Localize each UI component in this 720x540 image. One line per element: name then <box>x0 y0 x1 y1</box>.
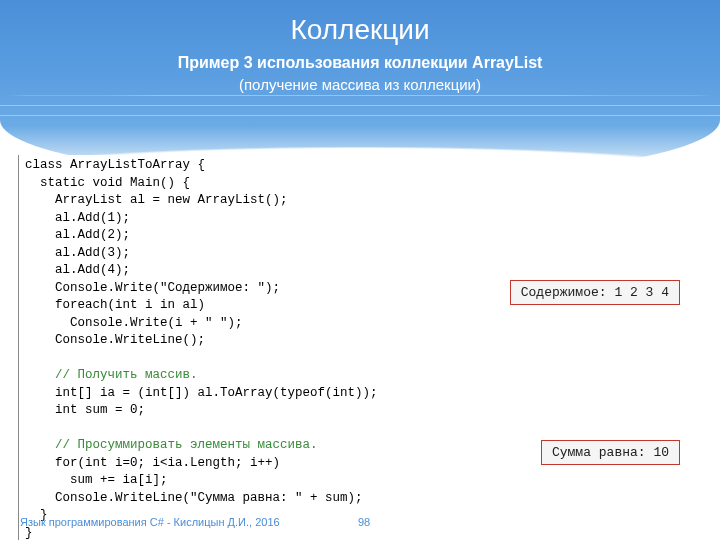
code-line: al.Add(4); <box>25 263 130 277</box>
code-comment: // Просуммировать элементы массива. <box>25 438 318 452</box>
output-box-2: Сумма равна: 10 <box>541 440 680 465</box>
code-line: int sum = 0; <box>25 403 145 417</box>
code-line: for(int i=0; i<ia.Length; i++) <box>25 456 280 470</box>
code-block: class ArrayListToArray { static void Mai… <box>18 155 488 540</box>
code-line: int[] ia = (int[]) al.ToArray(typeof(int… <box>25 386 378 400</box>
code-line: ArrayList al = new ArrayList(); <box>25 193 288 207</box>
code-line: static void Main() { <box>25 176 190 190</box>
slide-subtitle-2: (получение массива из коллекции) <box>0 76 720 93</box>
code-line: sum += ia[i]; <box>25 473 168 487</box>
code-comment: // Получить массив. <box>25 368 198 382</box>
code-line: Console.Write("Содержимое: "); <box>25 281 280 295</box>
code-line: foreach(int i in al) <box>25 298 205 312</box>
code-line: Console.Write(i + " "); <box>25 316 243 330</box>
slide-title: Коллекции <box>0 14 720 46</box>
slide-subtitle-1: Пример 3 использования коллекции ArrayLi… <box>0 54 720 72</box>
code-line: Console.WriteLine(); <box>25 333 205 347</box>
code-line: al.Add(1); <box>25 211 130 225</box>
code-line: class ArrayListToArray { <box>25 158 205 172</box>
code-line: Console.WriteLine("Сумма равна: " + sum)… <box>25 491 363 505</box>
code-line: al.Add(2); <box>25 228 130 242</box>
output-box-1: Содержимое: 1 2 3 4 <box>510 280 680 305</box>
code-line: al.Add(3); <box>25 246 130 260</box>
page-number: 98 <box>358 516 370 528</box>
footer-text: Язык программирования C# - Кислицын Д.И.… <box>20 516 280 528</box>
